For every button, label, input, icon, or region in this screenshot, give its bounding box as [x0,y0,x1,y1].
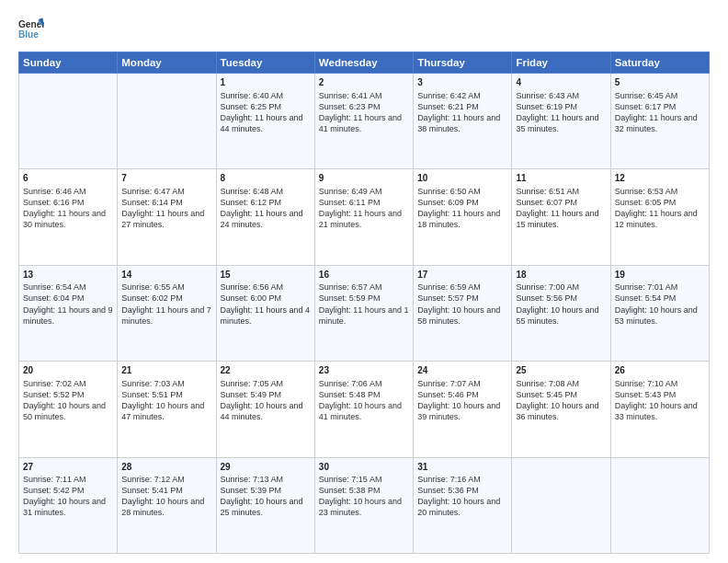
day-number: 12 [615,172,705,185]
col-header-friday: Friday [512,52,610,74]
day-number: 19 [615,269,705,282]
day-number: 8 [221,172,311,185]
logo-icon: General Blue [18,17,44,42]
day-content: Sunrise: 6:56 AM Sunset: 6:00 PM Dayligh… [221,282,311,327]
day-content: Sunrise: 7:16 AM Sunset: 5:36 PM Dayligh… [417,474,507,519]
day-content: Sunrise: 7:11 AM Sunset: 5:42 PM Dayligh… [23,474,113,519]
calendar-week-2: 6Sunrise: 6:46 AM Sunset: 6:16 PM Daylig… [19,169,710,265]
calendar-week-1: 1Sunrise: 6:40 AM Sunset: 6:25 PM Daylig… [19,74,710,169]
calendar-cell: 3Sunrise: 6:42 AM Sunset: 6:21 PM Daylig… [414,74,512,169]
day-number: 11 [516,172,606,185]
calendar-cell: 1Sunrise: 6:40 AM Sunset: 6:25 PM Daylig… [216,74,314,169]
header: General Blue [18,17,710,42]
day-content: Sunrise: 6:57 AM Sunset: 5:59 PM Dayligh… [319,282,409,327]
calendar-cell: 15Sunrise: 6:56 AM Sunset: 6:00 PM Dayli… [216,265,314,361]
calendar-cell: 30Sunrise: 7:15 AM Sunset: 5:38 PM Dayli… [314,457,413,553]
calendar-table: SundayMondayTuesdayWednesdayThursdayFrid… [18,52,710,554]
calendar-cell: 20Sunrise: 7:02 AM Sunset: 5:52 PM Dayli… [19,362,118,457]
day-number: 17 [417,269,507,282]
day-content: Sunrise: 6:53 AM Sunset: 6:05 PM Dayligh… [615,186,705,231]
calendar-cell: 31Sunrise: 7:16 AM Sunset: 5:36 PM Dayli… [414,457,512,553]
day-content: Sunrise: 6:55 AM Sunset: 6:02 PM Dayligh… [121,282,211,327]
day-content: Sunrise: 7:00 AM Sunset: 5:56 PM Dayligh… [516,282,606,327]
calendar-cell [19,74,118,169]
calendar-cell: 17Sunrise: 6:59 AM Sunset: 5:57 PM Dayli… [414,265,512,361]
calendar-cell: 7Sunrise: 6:47 AM Sunset: 6:14 PM Daylig… [118,169,216,265]
day-number: 4 [516,76,606,89]
day-number: 29 [221,461,311,474]
calendar-cell: 10Sunrise: 6:50 AM Sunset: 6:09 PM Dayli… [414,169,512,265]
calendar-cell: 9Sunrise: 6:49 AM Sunset: 6:11 PM Daylig… [314,169,413,265]
day-number: 3 [417,76,507,89]
calendar-cell: 23Sunrise: 7:06 AM Sunset: 5:48 PM Dayli… [314,362,413,457]
calendar-cell: 6Sunrise: 6:46 AM Sunset: 6:16 PM Daylig… [19,169,118,265]
day-number: 2 [319,76,409,89]
calendar-cell: 27Sunrise: 7:11 AM Sunset: 5:42 PM Dayli… [19,457,118,553]
day-content: Sunrise: 6:45 AM Sunset: 6:17 PM Dayligh… [615,90,705,135]
day-content: Sunrise: 7:10 AM Sunset: 5:43 PM Dayligh… [615,378,705,423]
day-number: 27 [23,461,113,474]
calendar-cell [118,74,216,169]
calendar-cell: 26Sunrise: 7:10 AM Sunset: 5:43 PM Dayli… [610,362,709,457]
day-number: 7 [121,172,211,185]
calendar-week-3: 13Sunrise: 6:54 AM Sunset: 6:04 PM Dayli… [19,265,710,361]
day-content: Sunrise: 6:59 AM Sunset: 5:57 PM Dayligh… [417,282,507,327]
calendar-cell: 29Sunrise: 7:13 AM Sunset: 5:39 PM Dayli… [216,457,314,553]
calendar-cell: 25Sunrise: 7:08 AM Sunset: 5:45 PM Dayli… [512,362,610,457]
calendar-cell: 12Sunrise: 6:53 AM Sunset: 6:05 PM Dayli… [610,169,709,265]
day-number: 14 [121,269,211,282]
day-number: 16 [319,269,409,282]
day-content: Sunrise: 7:08 AM Sunset: 5:45 PM Dayligh… [516,378,606,423]
day-number: 26 [615,364,705,377]
calendar-cell: 24Sunrise: 7:07 AM Sunset: 5:46 PM Dayli… [414,362,512,457]
day-number: 20 [23,364,113,377]
calendar-cell: 21Sunrise: 7:03 AM Sunset: 5:51 PM Dayli… [118,362,216,457]
day-number: 15 [221,269,311,282]
day-content: Sunrise: 7:07 AM Sunset: 5:46 PM Dayligh… [417,378,507,423]
day-content: Sunrise: 6:42 AM Sunset: 6:21 PM Dayligh… [417,90,507,135]
calendar-cell: 28Sunrise: 7:12 AM Sunset: 5:41 PM Dayli… [118,457,216,553]
day-number: 25 [516,364,606,377]
day-number: 1 [221,76,311,89]
day-content: Sunrise: 7:13 AM Sunset: 5:39 PM Dayligh… [221,474,311,519]
day-number: 28 [121,461,211,474]
calendar-cell: 11Sunrise: 6:51 AM Sunset: 6:07 PM Dayli… [512,169,610,265]
day-content: Sunrise: 6:43 AM Sunset: 6:19 PM Dayligh… [516,90,606,135]
day-content: Sunrise: 7:15 AM Sunset: 5:38 PM Dayligh… [319,474,409,519]
day-content: Sunrise: 6:50 AM Sunset: 6:09 PM Dayligh… [417,186,507,231]
day-content: Sunrise: 6:54 AM Sunset: 6:04 PM Dayligh… [23,282,113,327]
calendar-cell: 4Sunrise: 6:43 AM Sunset: 6:19 PM Daylig… [512,74,610,169]
day-content: Sunrise: 6:46 AM Sunset: 6:16 PM Dayligh… [23,186,113,231]
calendar-cell: 19Sunrise: 7:01 AM Sunset: 5:54 PM Dayli… [610,265,709,361]
calendar-cell: 22Sunrise: 7:05 AM Sunset: 5:49 PM Dayli… [216,362,314,457]
col-header-wednesday: Wednesday [314,52,413,74]
calendar-cell: 16Sunrise: 6:57 AM Sunset: 5:59 PM Dayli… [314,265,413,361]
day-number: 13 [23,269,113,282]
day-content: Sunrise: 6:40 AM Sunset: 6:25 PM Dayligh… [221,90,311,135]
calendar-cell: 18Sunrise: 7:00 AM Sunset: 5:56 PM Dayli… [512,265,610,361]
svg-text:Blue: Blue [18,29,39,40]
day-content: Sunrise: 6:47 AM Sunset: 6:14 PM Dayligh… [121,186,211,231]
calendar-cell: 14Sunrise: 6:55 AM Sunset: 6:02 PM Dayli… [118,265,216,361]
calendar-cell: 2Sunrise: 6:41 AM Sunset: 6:23 PM Daylig… [314,74,413,169]
col-header-monday: Monday [118,52,216,74]
col-header-thursday: Thursday [414,52,512,74]
calendar-cell: 5Sunrise: 6:45 AM Sunset: 6:17 PM Daylig… [610,74,709,169]
day-number: 9 [319,172,409,185]
calendar-cell: 8Sunrise: 6:48 AM Sunset: 6:12 PM Daylig… [216,169,314,265]
day-content: Sunrise: 7:05 AM Sunset: 5:49 PM Dayligh… [221,378,311,423]
day-number: 24 [417,364,507,377]
day-content: Sunrise: 7:12 AM Sunset: 5:41 PM Dayligh… [121,474,211,519]
day-number: 6 [23,172,113,185]
col-header-saturday: Saturday [610,52,709,74]
day-content: Sunrise: 6:41 AM Sunset: 6:23 PM Dayligh… [319,90,409,135]
calendar-week-4: 20Sunrise: 7:02 AM Sunset: 5:52 PM Dayli… [19,362,710,457]
calendar-cell: 13Sunrise: 6:54 AM Sunset: 6:04 PM Dayli… [19,265,118,361]
day-number: 23 [319,364,409,377]
col-header-tuesday: Tuesday [216,52,314,74]
calendar-cell [610,457,709,553]
day-number: 31 [417,461,507,474]
day-number: 10 [417,172,507,185]
logo: General Blue [18,17,50,42]
day-number: 18 [516,269,606,282]
